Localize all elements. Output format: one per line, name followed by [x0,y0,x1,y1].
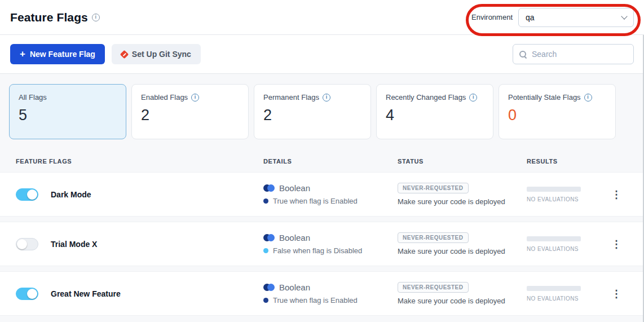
variation-dot [263,199,268,204]
status-text: Make sure your code is deployed [398,197,505,206]
status-badge: NEVER-REQUESTED [398,282,469,293]
stat-label: Potentially Stale Flags [508,93,581,102]
status-text: Make sure your code is deployed [398,297,505,305]
flag-type: Boolean [279,283,310,292]
info-icon[interactable]: i [92,14,100,21]
boolean-type-icon [263,234,275,241]
table-header: FEATURE FLAGS DETAILS STATUS RESULTS [0,149,644,172]
stat-value: 0 [508,107,606,124]
stats-cards: All Flags 5 Enabled Flagsi 2 Permanent F… [0,74,644,149]
stat-card-enabled-flags[interactable]: Enabled Flagsi 2 [131,84,249,139]
status-badge: NEVER-REQUESTED [398,183,469,193]
table-row[interactable]: Dark Mode Boolean True when flag is Enab… [0,172,644,217]
variation-dot [263,248,268,253]
results-label: NO EVALUATIONS [527,196,581,202]
flag-toggle[interactable] [16,238,38,250]
new-feature-flag-button[interactable]: + New Feature Flag [10,44,105,64]
column-header-results: RESULTS [527,158,628,165]
search-input[interactable] [532,50,628,59]
stat-value: 2 [263,107,361,124]
stat-label: Permanent Flags [263,93,319,102]
stat-card-permanent-flags[interactable]: Permanent Flagsi 2 [254,84,371,139]
flag-type: Boolean [279,233,310,242]
stat-label: Enabled Flags [141,93,188,102]
boolean-type-icon [263,284,275,291]
table-row[interactable]: Trial Mode X Boolean False when flag is … [0,222,644,266]
table-row[interactable]: Great New Feature Boolean True when flag… [0,271,644,316]
flag-name: Great New Feature [51,289,121,298]
column-header-details: DETAILS [263,158,398,165]
variation-dot [263,298,268,303]
git-icon [120,50,129,59]
boolean-type-icon [263,184,275,192]
setup-git-sync-button[interactable]: Set Up Git Sync [112,44,201,64]
row-menu-button[interactable]: ⋮ [607,187,626,202]
row-menu-button[interactable]: ⋮ [607,237,626,252]
flags-table: Dark Mode Boolean True when flag is Enab… [0,172,644,316]
environment-label: Environment [471,13,513,21]
stat-card-potentially-stale-flags[interactable]: Potentially Stale Flagsi 0 [499,84,616,139]
setup-git-sync-label: Set Up Git Sync [132,50,191,59]
info-icon[interactable]: i [469,94,477,102]
plus-icon: + [20,49,25,59]
info-icon[interactable]: i [323,94,330,102]
info-icon[interactable]: i [191,94,199,102]
stat-card-recently-changed-flags[interactable]: Recently Changed Flagsi 4 [376,84,493,139]
variation-text: True when flag is Enabled [273,296,358,305]
flags-content: All Flags 5 Enabled Flagsi 2 Permanent F… [0,74,644,316]
search-icon [519,50,527,59]
column-header-status: STATUS [398,158,527,165]
results-label: NO EVALUATIONS [527,295,581,302]
search-box[interactable] [513,44,634,64]
flag-type: Boolean [279,183,310,193]
chevron-down-icon [621,13,627,19]
results-bar [527,187,581,192]
environment-value: qa [526,13,535,22]
stat-label: All Flags [19,93,47,102]
topbar: Feature Flags i Environment qa [0,0,644,35]
flag-name: Dark Mode [51,190,91,199]
column-header-feature-flags: FEATURE FLAGS [16,158,263,165]
results-label: NO EVALUATIONS [527,246,581,252]
stat-value: 2 [141,107,239,124]
results-bar [527,286,581,291]
row-menu-button[interactable]: ⋮ [607,286,626,301]
new-feature-flag-label: New Feature Flag [30,50,95,59]
results-bar [527,236,581,241]
environment-select[interactable]: qa [518,8,634,27]
variation-text: False when flag is Disabled [273,246,362,255]
stat-card-all-flags[interactable]: All Flags 5 [9,84,126,139]
stat-value: 4 [386,107,484,124]
stat-value: 5 [19,107,117,124]
variation-text: True when flag is Enabled [273,197,358,205]
flag-toggle[interactable] [16,288,38,300]
stat-label: Recently Changed Flags [386,93,466,102]
flag-toggle[interactable] [16,188,38,201]
flag-name: Trial Mode X [51,240,97,249]
status-text: Make sure your code is deployed [398,247,505,255]
page-title: Feature Flags [10,11,88,24]
status-badge: NEVER-REQUESTED [398,232,469,243]
toolbar: + New Feature Flag Set Up Git Sync [0,35,644,74]
info-icon[interactable]: i [584,94,592,102]
